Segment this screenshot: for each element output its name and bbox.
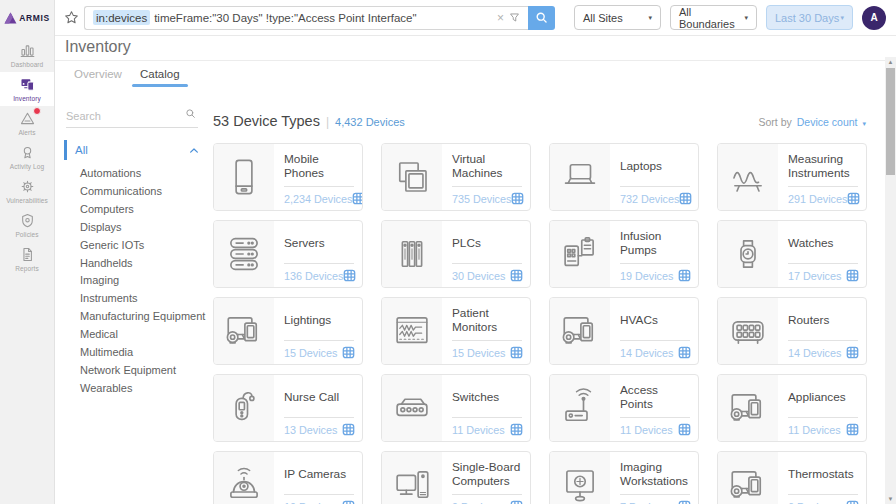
sidebar-item-vulnerabilities[interactable]: Vulnerabilities	[0, 174, 54, 208]
device-count[interactable]: 11 Devices	[788, 424, 841, 436]
sidebar-item-dashboard[interactable]: Dashboard	[0, 38, 54, 72]
grid-view-icon[interactable]	[510, 269, 523, 282]
scrollbar-thumb[interactable]	[886, 68, 895, 175]
category-item-displays[interactable]: Displays	[64, 219, 210, 237]
scroll-up-arrow[interactable]: ▲	[885, 59, 896, 65]
category-item-manufacturing-equipment[interactable]: Manufacturing Equipment	[64, 308, 210, 326]
device-count[interactable]: 15 Devices	[284, 347, 337, 359]
device-count[interactable]: 291 Devices	[788, 193, 847, 205]
device-count[interactable]: 7 Devices	[620, 501, 667, 504]
filter-dropdown-all-sites[interactable]: All Sites ▾	[574, 5, 661, 30]
device-count[interactable]: 136 Devices	[284, 270, 343, 282]
device-count[interactable]: 14 Devices	[788, 347, 841, 359]
sort-control[interactable]: Sort by Device count ▾	[759, 116, 866, 128]
device-type-card-infusion-pumps[interactable]: Infusion Pumps 19 Devices	[549, 220, 699, 288]
armis-logo[interactable]: ARMIS	[0, 0, 54, 36]
scroll-down-arrow[interactable]: ▼	[885, 496, 896, 502]
device-count[interactable]: 2,234 Devices	[284, 193, 352, 205]
device-type-card-ip-cameras[interactable]: IP Cameras 10 Devices	[213, 451, 363, 504]
chevron-up-icon[interactable]	[189, 147, 199, 154]
device-count[interactable]: 11 Devices	[452, 424, 505, 436]
device-count[interactable]: 17 Devices	[788, 270, 841, 282]
grid-view-icon[interactable]	[678, 346, 691, 359]
category-item-wearables[interactable]: Wearables	[64, 380, 210, 398]
grid-view-icon[interactable]	[510, 500, 523, 504]
device-count[interactable]: 15 Devices	[452, 347, 505, 359]
device-type-card-patient-monitors[interactable]: Patient Monitors 15 Devices	[381, 297, 531, 365]
device-type-card-laptops[interactable]: Laptops 732 Devices	[549, 143, 699, 211]
tab-overview[interactable]: Overview	[65, 63, 131, 87]
grid-view-icon[interactable]	[510, 423, 523, 436]
category-item-automations[interactable]: Automations	[64, 165, 210, 183]
device-count[interactable]: 9 Devices	[452, 501, 499, 504]
device-type-card-measuring-instruments[interactable]: Measuring Instruments 291 Devices	[717, 143, 867, 211]
category-item-instruments[interactable]: Instruments	[64, 290, 210, 308]
device-count[interactable]: 30 Devices	[452, 270, 505, 282]
clear-query-icon[interactable]: ×	[497, 12, 504, 24]
category-search-input[interactable]	[66, 108, 178, 127]
device-type-card-mobile-phones[interactable]: Mobile Phones 2,234 Devices	[213, 143, 363, 211]
user-avatar[interactable]: A	[862, 6, 886, 30]
grid-view-icon[interactable]	[678, 423, 691, 436]
grid-view-icon[interactable]	[678, 500, 691, 504]
device-count[interactable]: 11 Devices	[620, 424, 673, 436]
grid-view-icon[interactable]	[511, 192, 524, 205]
device-type-card-virtual-machines[interactable]: Virtual Machines 735 Devices	[381, 143, 531, 211]
device-type-card-lightings[interactable]: Lightings 15 Devices	[213, 297, 363, 365]
grid-view-icon[interactable]	[342, 423, 355, 436]
grid-view-icon[interactable]	[342, 500, 355, 504]
category-item-multimedia[interactable]: Multimedia	[64, 344, 210, 362]
grid-view-icon[interactable]	[510, 346, 523, 359]
device-count[interactable]: 732 Devices	[620, 193, 679, 205]
grid-view-icon[interactable]	[679, 192, 692, 205]
device-count[interactable]: 6 Devices	[788, 501, 835, 504]
grid-view-icon[interactable]	[352, 192, 363, 205]
category-item-computers[interactable]: Computers	[64, 201, 210, 219]
sidebar-item-activity-log[interactable]: Activity Log	[0, 140, 54, 174]
device-count[interactable]: 735 Devices	[452, 193, 511, 205]
tab-catalog[interactable]: Catalog	[131, 63, 189, 87]
sidebar-item-inventory[interactable]: Inventory	[0, 72, 54, 106]
grid-view-icon[interactable]	[678, 269, 691, 282]
sidebar-item-reports[interactable]: Reports	[0, 242, 54, 276]
grid-view-icon[interactable]	[343, 269, 356, 282]
category-item-medical[interactable]: Medical	[64, 326, 210, 344]
device-type-card-switches[interactable]: Switches 11 Devices	[381, 374, 531, 442]
filter-funnel-icon[interactable]	[509, 12, 520, 23]
devices-total[interactable]: 4,432 Devices	[335, 116, 405, 128]
category-all[interactable]: All	[64, 141, 210, 159]
filter-dropdown-all-boundaries[interactable]: All Boundaries ▾	[670, 5, 757, 30]
device-type-card-servers[interactable]: Servers 136 Devices	[213, 220, 363, 288]
query-input[interactable]: in:devices timeFrame:"30 Days" !type:"Ac…	[84, 6, 528, 30]
device-count[interactable]: 14 Devices	[620, 347, 673, 359]
device-count[interactable]: 13 Devices	[284, 424, 337, 436]
device-type-card-access-points[interactable]: Access Points 11 Devices	[549, 374, 699, 442]
search-button[interactable]	[528, 6, 555, 30]
vertical-scrollbar[interactable]: ▲ ▼	[885, 57, 896, 504]
device-type-card-routers[interactable]: Routers 14 Devices	[717, 297, 867, 365]
favorite-star-icon[interactable]	[61, 8, 81, 28]
device-type-card-nurse-call[interactable]: Nurse Call 13 Devices	[213, 374, 363, 442]
sidebar-item-alerts[interactable]: Alerts	[0, 106, 54, 140]
grid-view-icon[interactable]	[846, 423, 859, 436]
device-type-card-plcs[interactable]: PLCs 30 Devices	[381, 220, 531, 288]
grid-view-icon[interactable]	[846, 346, 859, 359]
device-type-card-watches[interactable]: Watches 17 Devices	[717, 220, 867, 288]
category-item-generic-iots[interactable]: Generic IOTs	[64, 237, 210, 255]
category-item-handhelds[interactable]: Handhelds	[64, 255, 210, 273]
filter-dropdown-last-30-days[interactable]: Last 30 Days ▾	[766, 5, 853, 30]
category-item-communications[interactable]: Communications	[64, 183, 210, 201]
device-type-card-single-board-computers[interactable]: Single-Board Computers 9 Devices	[381, 451, 531, 504]
device-count[interactable]: 19 Devices	[620, 270, 673, 282]
grid-view-icon[interactable]	[846, 269, 859, 282]
grid-view-icon[interactable]	[342, 346, 355, 359]
device-type-card-thermostats[interactable]: Thermostats 6 Devices	[717, 451, 867, 504]
device-type-card-hvacs[interactable]: HVACs 14 Devices	[549, 297, 699, 365]
category-item-network-equipment[interactable]: Network Equipment	[64, 362, 210, 380]
device-count[interactable]: 10 Devices	[284, 501, 337, 504]
sidebar-item-policies[interactable]: Policies	[0, 208, 54, 242]
device-type-card-imaging-workstations[interactable]: Imaging Workstations 7 Devices	[549, 451, 699, 504]
device-type-card-appliances[interactable]: Appliances 11 Devices	[717, 374, 867, 442]
grid-view-icon[interactable]	[847, 192, 860, 205]
grid-view-icon[interactable]	[846, 500, 859, 504]
